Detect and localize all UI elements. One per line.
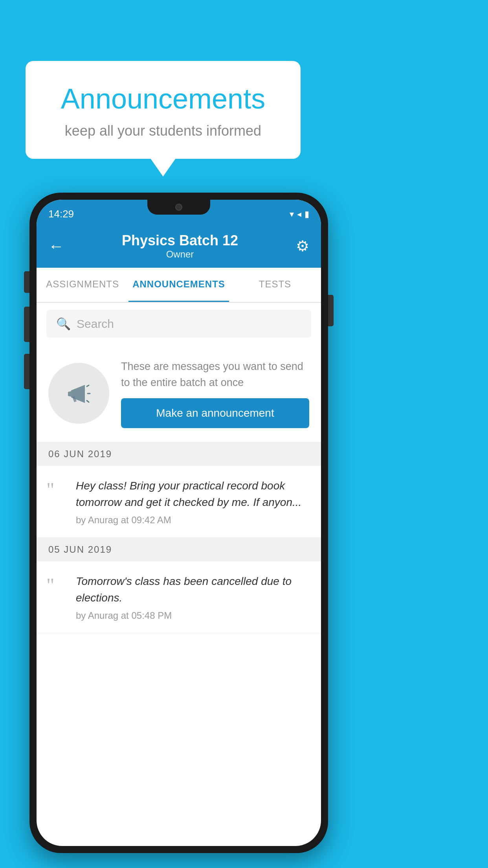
app-header: ← Physics Batch 12 Owner ⚙: [37, 225, 321, 268]
speech-bubble-wrapper: Announcements keep all your students inf…: [26, 61, 301, 159]
tab-announcements[interactable]: ANNOUNCEMENTS: [128, 268, 229, 302]
announcement-text-1: Hey class! Bring your practical record b…: [76, 478, 311, 511]
date-divider-1: 06 JUN 2019: [37, 442, 321, 466]
batch-role: Owner: [122, 249, 238, 260]
announcement-meta-1: by Anurag at 09:42 AM: [76, 515, 311, 526]
promo-content: These are messages you want to send to t…: [121, 359, 309, 428]
back-button[interactable]: ←: [48, 237, 64, 255]
header-center: Physics Batch 12 Owner: [122, 232, 238, 260]
announcement-meta-2: by Anurag at 05:48 PM: [76, 610, 311, 621]
announcement-item-2[interactable]: " Tomorrow's class has been cancelled du…: [37, 561, 321, 633]
promo-card: These are messages you want to send to t…: [37, 345, 321, 442]
speech-bubble: Announcements keep all your students inf…: [26, 61, 301, 159]
promo-description: These are messages you want to send to t…: [121, 359, 309, 390]
svg-line-2: [87, 401, 89, 402]
search-placeholder: Search: [77, 317, 114, 331]
volume-up-button: [24, 307, 29, 342]
tab-tests[interactable]: TESTS: [229, 268, 321, 302]
signal-icon: ◂: [297, 209, 301, 219]
power-button: [328, 295, 334, 326]
settings-button[interactable]: ⚙: [296, 237, 309, 255]
batch-title: Physics Batch 12: [122, 232, 238, 249]
status-icons: ▾ ◂ ▮: [290, 209, 309, 219]
announcement-text-2: Tomorrow's class has been cancelled due …: [76, 573, 311, 606]
tab-bar: ASSIGNMENTS ANNOUNCEMENTS TESTS: [37, 268, 321, 303]
phone-screen: 14:29 ▾ ◂ ▮ ← Physics Batch 12 Owner ⚙ A…: [37, 200, 321, 846]
date-divider-2: 05 JUN 2019: [37, 538, 321, 561]
promo-icon-circle: [48, 363, 109, 424]
tab-assignments[interactable]: ASSIGNMENTS: [37, 268, 128, 302]
bubble-subtitle: keep all your students informed: [49, 123, 277, 139]
mute-button: [24, 271, 29, 293]
status-time: 14:29: [48, 208, 74, 220]
search-bar[interactable]: 🔍 Search: [46, 310, 311, 338]
announcement-content-2: Tomorrow's class has been cancelled due …: [76, 573, 311, 621]
phone-outer: 14:29 ▾ ◂ ▮ ← Physics Batch 12 Owner ⚙ A…: [29, 193, 328, 853]
quote-icon-2: ": [46, 575, 68, 595]
search-icon: 🔍: [56, 317, 71, 331]
announcement-content-1: Hey class! Bring your practical record b…: [76, 478, 311, 526]
megaphone-icon: [63, 378, 95, 409]
phone-notch: [147, 200, 210, 215]
bubble-title: Announcements: [49, 83, 277, 115]
search-container: 🔍 Search: [37, 303, 321, 345]
phone-mockup: 14:29 ▾ ◂ ▮ ← Physics Batch 12 Owner ⚙ A…: [29, 193, 328, 853]
volume-down-button: [24, 354, 29, 389]
svg-line-0: [87, 385, 89, 386]
make-announcement-button[interactable]: Make an announcement: [121, 398, 309, 428]
battery-icon: ▮: [305, 209, 309, 219]
announcement-item-1[interactable]: " Hey class! Bring your practical record…: [37, 466, 321, 538]
front-camera: [175, 204, 182, 211]
wifi-icon: ▾: [290, 209, 294, 219]
quote-icon-1: ": [46, 480, 68, 499]
